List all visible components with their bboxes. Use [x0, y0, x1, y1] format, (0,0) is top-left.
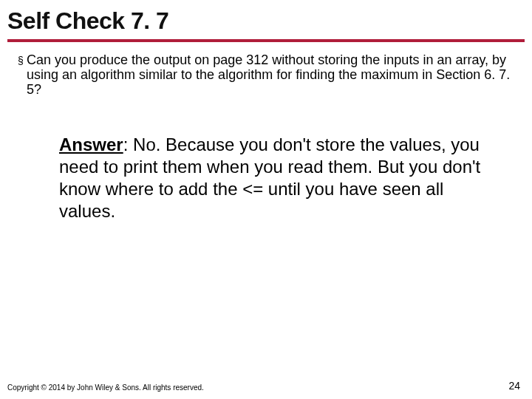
bullet-text: Can you produce the output on page 312 w… — [27, 52, 514, 97]
bullet-marker: § — [18, 52, 27, 69]
slide: Self Check 7. 7 § Can you produce the ou… — [0, 0, 532, 399]
answer-label: Answer — [59, 134, 123, 154]
page-number: 24 — [508, 380, 520, 392]
copyright-text: Copyright © 2014 by John Wiley & Sons. A… — [7, 383, 204, 392]
slide-title: Self Check 7. 7 — [7, 7, 525, 35]
answer-block: Answer: No. Because you don't store the … — [0, 97, 532, 222]
title-block: Self Check 7. 7 — [0, 0, 532, 42]
answer-paragraph: Answer: No. Because you don't store the … — [37, 134, 488, 222]
footer: Copyright © 2014 by John Wiley & Sons. A… — [7, 380, 520, 392]
bullet-item: § Can you produce the output on page 312… — [18, 52, 514, 97]
body: § Can you produce the output on page 312… — [0, 42, 532, 97]
answer-separator: : — [123, 134, 133, 154]
